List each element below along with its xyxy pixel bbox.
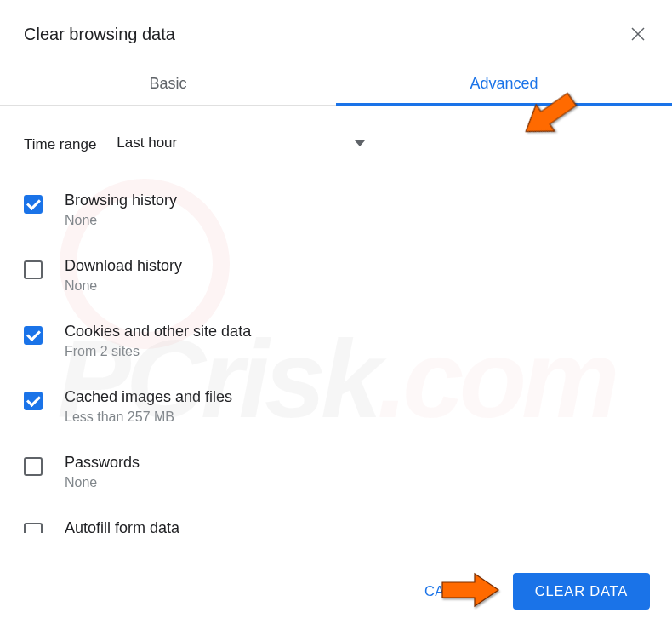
- clear-browsing-data-dialog: Clear browsing data Basic Advanced Time …: [0, 0, 672, 624]
- option-subtitle: Less than 257 MB: [65, 409, 232, 425]
- time-range-label: Time range: [24, 136, 96, 153]
- dialog-header: Clear browsing data: [0, 0, 672, 61]
- option-autofill: Autofill form data: [24, 519, 648, 536]
- option-subtitle: None: [65, 213, 177, 228]
- option-title: Browsing history: [65, 192, 177, 209]
- option-title: Cookies and other site data: [65, 323, 251, 341]
- option-title: Passwords: [65, 454, 140, 472]
- time-range-select[interactable]: Last hour: [115, 131, 370, 157]
- option-subtitle: None: [65, 475, 140, 490]
- option-browsing-history: Browsing history None: [24, 192, 648, 228]
- option-title: Download history: [65, 257, 182, 275]
- chevron-down-icon: [355, 140, 365, 146]
- option-passwords: Passwords None: [24, 454, 648, 490]
- checkbox-cookies[interactable]: [24, 326, 43, 345]
- annotation-arrow-clear: [439, 569, 500, 611]
- option-subtitle: None: [65, 278, 182, 294]
- option-cookies: Cookies and other site data From 2 sites: [24, 323, 648, 359]
- dialog-title: Clear browsing data: [24, 25, 175, 44]
- option-download-history: Download history None: [24, 257, 648, 294]
- close-icon: [630, 26, 646, 42]
- close-button[interactable]: [628, 24, 648, 44]
- checkbox-passwords[interactable]: [24, 457, 43, 476]
- tab-basic[interactable]: Basic: [0, 61, 336, 105]
- tab-advanced[interactable]: Advanced: [336, 61, 672, 105]
- time-range-value: Last hour: [117, 135, 177, 152]
- dialog-footer: CANCEL CLEAR DATA: [0, 558, 672, 624]
- option-title: Autofill form data: [65, 519, 179, 536]
- checkbox-autofill[interactable]: [24, 523, 43, 533]
- option-subtitle: From 2 sites: [65, 344, 251, 359]
- option-title: Cached images and files: [65, 388, 232, 406]
- checkbox-download-history[interactable]: [24, 260, 43, 279]
- option-cached: Cached images and files Less than 257 MB: [24, 388, 648, 425]
- checkbox-browsing-history[interactable]: [24, 195, 43, 214]
- svg-marker-3: [442, 574, 498, 606]
- checkbox-cached[interactable]: [24, 392, 43, 410]
- options-content: Time range Last hour Browsing history No…: [0, 106, 672, 536]
- clear-data-button[interactable]: CLEAR DATA: [513, 573, 650, 610]
- options-scroll-area[interactable]: Time range Last hour Browsing history No…: [0, 106, 672, 536]
